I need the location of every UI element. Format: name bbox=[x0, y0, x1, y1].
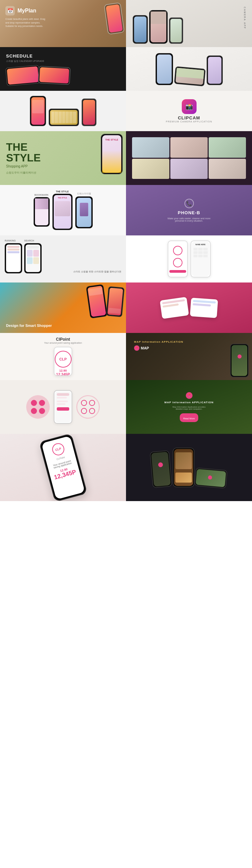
map-subtitle: MAP bbox=[141, 346, 149, 350]
ranking-group: RANKING bbox=[5, 240, 22, 273]
calendar-section bbox=[0, 91, 126, 131]
camera-phones-hero bbox=[133, 10, 183, 44]
clipoint-title: ClPoint bbox=[56, 337, 70, 342]
camera-app-vertical-title: CAMERA APP bbox=[244, 7, 246, 29]
map-label-row: 📍 MAP bbox=[134, 345, 183, 351]
rewards-dots-outline bbox=[81, 400, 95, 414]
clipcam-logo-section: 📸 CLIPCAM PREMIUM CAMERA APPLICATION bbox=[126, 91, 252, 131]
map-title: MAP Information APPLICATION bbox=[134, 340, 183, 343]
map-scenic-section: 📍 MAP Information APPLICATION Map Inform… bbox=[126, 380, 252, 434]
phone-b-pink-section bbox=[126, 282, 252, 333]
myplan-title: MyPlan bbox=[17, 8, 36, 14]
bookmark-label: BOOKMARK bbox=[35, 194, 49, 196]
phone-b-white-section: NAME HERE bbox=[126, 236, 252, 282]
thestyle-orange-section: Design for Smart Shopper bbox=[0, 282, 126, 333]
rewards-dots bbox=[31, 400, 45, 414]
schedule-section: SCHEDULE 스케줄 일정 CALENDAR UPGRADE bbox=[0, 47, 126, 91]
clpoint-label-big: CLPoint bbox=[56, 456, 65, 460]
tagline-text: 스마트 소핑을 위한 스마트한 앱을 원하신다면 bbox=[44, 270, 121, 273]
design-for: Design for Smart Shopper bbox=[6, 323, 52, 328]
thestyle-main-screen: THE STYLE THE STYLE bbox=[52, 190, 73, 230]
scenic-desc: Map Information Application provides det… bbox=[169, 406, 209, 410]
clipcam-title: CLIPCAM bbox=[178, 115, 200, 120]
clipoint-amount: 12.90 bbox=[59, 369, 67, 372]
phone-b-content: 📞 PHONE-B Make your calls easier, cleane… bbox=[167, 199, 211, 222]
map-phones-section bbox=[126, 434, 252, 501]
clipoint-big-phone: CLP CLPoint Your around point saving app… bbox=[39, 434, 87, 501]
clipoint-big-section: CLP CLPoint Your around point saving app… bbox=[0, 434, 126, 501]
camera-app-section: CAMERA APP bbox=[126, 0, 252, 47]
clipoint-hero-section: ClPoint Your around point saving applica… bbox=[0, 333, 126, 380]
phone-icon-symbol: 📞 bbox=[186, 201, 192, 206]
thestyle-phone: THE STYLE bbox=[101, 134, 123, 174]
scenic-pin-icon: 📍 bbox=[187, 394, 191, 397]
clipoint-subtitle-big: Your around point saving application bbox=[50, 459, 74, 469]
orange-phones bbox=[88, 285, 123, 317]
clipoint-phone: CLP 12.90 12,345P bbox=[54, 347, 72, 376]
rewards-circle bbox=[26, 395, 50, 419]
scenic-pin: 📍 bbox=[186, 392, 192, 399]
map-phone-dark bbox=[149, 450, 172, 488]
name-placeholder: NAME HERE bbox=[193, 244, 208, 246]
clipcam-icon-symbol: 📸 bbox=[185, 103, 193, 110]
orange-content: Design for Smart Shopper bbox=[6, 323, 52, 328]
camera-phones-row-section bbox=[126, 47, 252, 91]
map-phone-food bbox=[173, 447, 194, 487]
flat-card-2 bbox=[190, 298, 218, 318]
myplan-phone-illustration bbox=[106, 3, 123, 34]
schedule-title: SCHEDULE bbox=[6, 54, 33, 59]
clp-logo-big: CLP bbox=[51, 441, 66, 456]
scenic-title: MAP Information APPLICATION bbox=[164, 401, 213, 404]
tagline-group: 스마트 소핑을 위한 스마트한 앱을 원하신다면 bbox=[44, 240, 121, 273]
rewards-circle-outline bbox=[76, 395, 100, 419]
thestyle-bookmark-group: BOOKMARK bbox=[34, 194, 50, 227]
flat-card-1 bbox=[159, 297, 189, 319]
map-info-content: MAP Information APPLICATION 📍 MAP bbox=[131, 337, 186, 354]
map-phone bbox=[230, 344, 249, 377]
clipcam-icon: 📸 bbox=[182, 99, 196, 114]
phone-b-flat-cards bbox=[161, 299, 217, 317]
phone-b-circles bbox=[168, 241, 188, 277]
clipoint-subtitle: Your around point saving application bbox=[44, 342, 82, 344]
scenic-content: 📍 MAP Information APPLICATION Map Inform… bbox=[164, 392, 213, 422]
map-phones-row bbox=[151, 447, 227, 487]
clp-logo: CLP bbox=[55, 351, 72, 368]
thestyle-item-label: 드레스아이템 bbox=[77, 192, 91, 195]
clipoint-screens-section bbox=[0, 380, 126, 434]
ranking-search-row: RANKING SEARCH bbox=[5, 240, 121, 273]
clipcam-subtitle: PREMIUM CAMERA APPLICATION bbox=[166, 120, 212, 123]
map-phone-landscape bbox=[194, 467, 227, 489]
schedule-phones bbox=[6, 66, 70, 85]
myplan-icon: 📅 bbox=[5, 6, 15, 16]
calendar-phones bbox=[30, 96, 97, 126]
search-group: SEARCH bbox=[24, 240, 42, 273]
clp-text-big: CLP bbox=[55, 446, 62, 451]
thestyle-dress-screen: 드레스아이템 bbox=[75, 192, 93, 228]
map-pin-icon: 📍 bbox=[135, 347, 138, 350]
map-pin-small: 📍 bbox=[134, 345, 139, 351]
scenic-button-label: Read More bbox=[183, 417, 195, 420]
ranking-label: RANKING bbox=[5, 240, 22, 242]
search-label: SEARCH bbox=[24, 240, 42, 242]
camera-phones-row bbox=[129, 53, 249, 85]
camera-gallery-section bbox=[126, 131, 252, 185]
phone-b-title: PHONE-B bbox=[178, 210, 200, 215]
schedule-subtitle: 스케줄 일정 CALENDAR UPGRADE bbox=[6, 60, 44, 63]
myplan-desc: Create beautiful plans with ease. Drag a… bbox=[5, 18, 49, 28]
phone-b-icon: 📞 bbox=[184, 199, 194, 208]
thestyle-ranking-section: RANKING SEARCH bbox=[0, 236, 126, 282]
clipoint-list-phone bbox=[54, 390, 72, 424]
thestyle-screen-label: THE STYLE bbox=[56, 190, 69, 193]
thestyle-screens-section: BOOKMARK THE STYLE THE STYLE 드레스아이템 bbox=[0, 185, 126, 236]
thestyle-hero-section: THESTYLE Shopping APP 쇼핑도우미 이플리케이션 THE S… bbox=[0, 131, 126, 185]
myplan-section: 📅 MyPlan Create beautiful plans with eas… bbox=[0, 0, 126, 47]
map-info-section: MAP Information APPLICATION 📍 MAP bbox=[126, 333, 252, 380]
phone-b-purple-section: 📞 PHONE-B Make your calls easier, cleane… bbox=[126, 185, 252, 236]
clipoint-points-small: 12,345P bbox=[56, 372, 70, 376]
phone-b-subtitle: Make your calls easier, cleaner and more… bbox=[167, 217, 211, 222]
scenic-button[interactable]: Read More bbox=[180, 413, 198, 422]
camera-gallery-grid bbox=[129, 134, 249, 182]
phone-b-keyboard: NAME HERE bbox=[190, 241, 211, 277]
